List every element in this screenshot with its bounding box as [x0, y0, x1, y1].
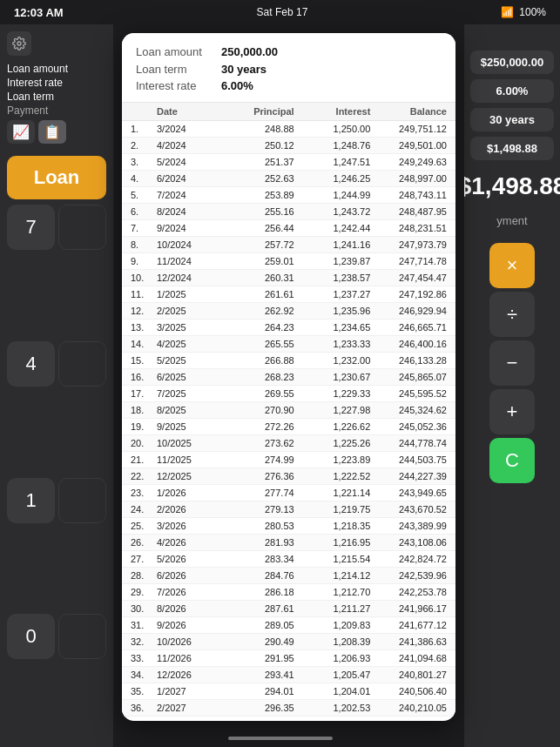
table-row: 18. 8/2025 270.90 1,227.98 245,324.62: [122, 402, 455, 419]
row-interest: 1,222.52: [294, 469, 371, 483]
row-date: 6/2026: [157, 569, 218, 582]
row-num: 15.: [131, 353, 157, 367]
row-date: 7/2026: [157, 585, 218, 599]
multiply-button-left[interactable]: [58, 205, 106, 250]
num-1-button[interactable]: 1: [7, 478, 55, 523]
settings-icon[interactable]: [7, 31, 31, 56]
row-balance: 243,389.99: [370, 519, 447, 533]
row-principal: 279.13: [218, 502, 294, 516]
row-balance: 249,751.12: [370, 122, 447, 136]
row-num: 13.: [131, 320, 157, 334]
row-num: 10.: [131, 271, 157, 285]
row-date: 9/2025: [157, 420, 218, 434]
row-balance: 247,454.47: [370, 271, 447, 285]
num-7-button[interactable]: 7: [7, 205, 55, 250]
big-total: $1,498.88: [458, 172, 560, 200]
table-tab[interactable]: 📋: [38, 120, 66, 144]
table-row: 21. 11/2025 274.99 1,223.89 244,503.75: [122, 452, 455, 468]
table-row: 16. 6/2025 268.23 1,230.67 245,865.07: [122, 369, 455, 386]
chart-tab[interactable]: 📈: [7, 120, 35, 144]
row-interest: 1,232.00: [294, 353, 371, 367]
loan-button[interactable]: Loan: [7, 156, 106, 199]
row-date: 3/2026: [157, 519, 218, 533]
table-row: 11. 1/2025 261.61 1,237.27 247,192.86: [122, 286, 455, 303]
row-principal: 269.55: [218, 387, 294, 400]
row-balance: 247,192.86: [370, 287, 447, 301]
row-date: 5/2026: [157, 552, 218, 566]
row-interest: 1,206.93: [294, 651, 371, 665]
row-interest: 1,238.57: [294, 271, 371, 285]
row-principal: 260.31: [218, 271, 294, 285]
num-4-button[interactable]: 4: [7, 341, 55, 387]
row-principal: 283.34: [218, 552, 294, 566]
row-num: 12.: [131, 304, 157, 318]
tab-buttons: 📈 📋: [7, 120, 106, 144]
row-date: 12/2025: [157, 469, 218, 483]
main-layout: Loan amount Interest rate Loan term Paym…: [0, 24, 560, 747]
row-num: 22.: [131, 469, 157, 483]
row-date: 4/2024: [157, 138, 218, 152]
table-row: 30. 8/2026 287.61 1,211.27 241,966.17: [122, 601, 455, 617]
row-principal: 273.62: [218, 436, 294, 450]
table-body[interactable]: 1. 3/2024 248.88 1,250.00 249,751.12 2. …: [122, 121, 455, 722]
row-interest: 1,242.44: [294, 221, 371, 235]
row-num: 11.: [131, 287, 157, 301]
row-balance: 245,324.62: [370, 403, 447, 417]
table-row: 27. 5/2026 283.34 1,215.54 242,824.72: [122, 551, 455, 568]
row-balance: 240,801.27: [370, 668, 447, 682]
row-date: 1/2027: [157, 684, 218, 698]
row-date: 3/2025: [157, 320, 218, 334]
payment-sub-label: yment: [496, 214, 527, 227]
row-num: 14.: [131, 337, 157, 351]
row-date: 8/2026: [157, 602, 218, 616]
row-principal: 248.88: [218, 122, 294, 136]
divide-button[interactable]: ÷: [489, 292, 535, 337]
row-principal: 250.12: [218, 138, 294, 152]
row-balance: 241,966.17: [370, 602, 447, 616]
row-interest: 1,226.62: [294, 420, 371, 434]
row-principal: 252.63: [218, 172, 294, 185]
row-balance: 246,929.94: [370, 304, 447, 318]
row-num: 37.: [131, 717, 157, 722]
row-num: 1.: [131, 122, 157, 136]
op-placeholder-1: [58, 341, 106, 387]
clear-button[interactable]: C: [489, 438, 535, 483]
row-date: 11/2026: [157, 651, 218, 665]
rate-label-header: Interest rate: [136, 77, 214, 95]
row-balance: 243,670.52: [370, 502, 447, 516]
plus-button[interactable]: +: [489, 389, 535, 434]
row-balance: 242,253.78: [370, 585, 447, 599]
home-indicator: [228, 737, 333, 740]
row-balance: 245,865.07: [370, 370, 447, 384]
row-interest: 1,212.70: [294, 585, 371, 599]
row-interest: 1,250.00: [294, 122, 371, 136]
row-date: 6/2025: [157, 370, 218, 384]
num-0-button[interactable]: 0: [7, 614, 55, 659]
row-principal: 293.41: [218, 668, 294, 682]
minus-button[interactable]: −: [489, 340, 535, 386]
row-principal: 297.83: [218, 717, 294, 722]
row-num: 16.: [131, 370, 157, 384]
col-principal: Principal: [218, 106, 294, 117]
row-interest: 1,243.72: [294, 205, 371, 219]
status-bar: 12:03 AM Sat Feb 17 📶 100%: [0, 0, 560, 24]
term-label-header: Loan term: [136, 61, 214, 78]
term-label: Loan term: [7, 91, 106, 103]
row-balance: 246,400.16: [370, 337, 447, 351]
row-principal: 255.16: [218, 205, 294, 219]
row-num: 34.: [131, 668, 157, 682]
row-num: 3.: [131, 155, 157, 169]
row-principal: 257.72: [218, 238, 294, 252]
table-row: 8. 10/2024 257.72 1,241.16 247,973.79: [122, 237, 455, 253]
row-interest: 1,214.12: [294, 569, 371, 582]
row-date: 2/2027: [157, 701, 218, 715]
amount-value: 250,000.00: [221, 44, 278, 61]
row-interest: 1,216.95: [294, 535, 371, 549]
rate-display: 6.00%: [470, 79, 554, 103]
row-balance: 243,949.65: [370, 486, 447, 500]
loan-amount-label: Loan amount: [7, 63, 106, 75]
row-balance: 244,778.74: [370, 436, 447, 450]
row-date: 12/2024: [157, 271, 218, 285]
multiply-button[interactable]: ×: [489, 243, 535, 288]
amount-label: Loan amount: [136, 44, 214, 61]
